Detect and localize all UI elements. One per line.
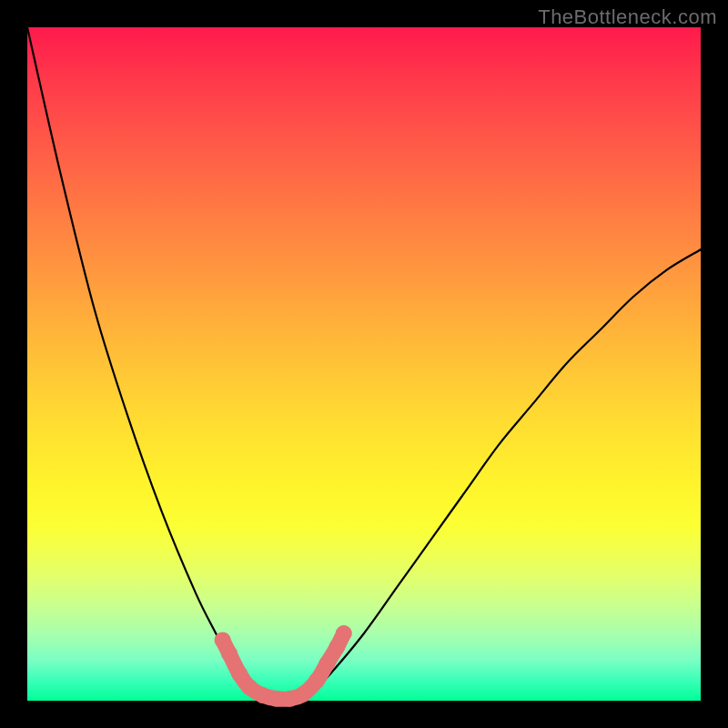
valley-marker <box>221 645 238 662</box>
valley-marker <box>231 665 248 682</box>
chart-plot-area <box>27 27 701 701</box>
marker-layer <box>215 625 352 707</box>
valley-marker <box>336 625 352 642</box>
curve-layer <box>27 27 701 702</box>
watermark-text: TheBottleneck.com <box>538 5 717 29</box>
chart-svg <box>27 27 701 701</box>
valley-marker <box>318 655 335 672</box>
valley-marker <box>295 686 311 703</box>
valley-marker <box>308 672 325 689</box>
series-right-curve <box>297 249 701 701</box>
series-left-curve <box>27 27 277 702</box>
